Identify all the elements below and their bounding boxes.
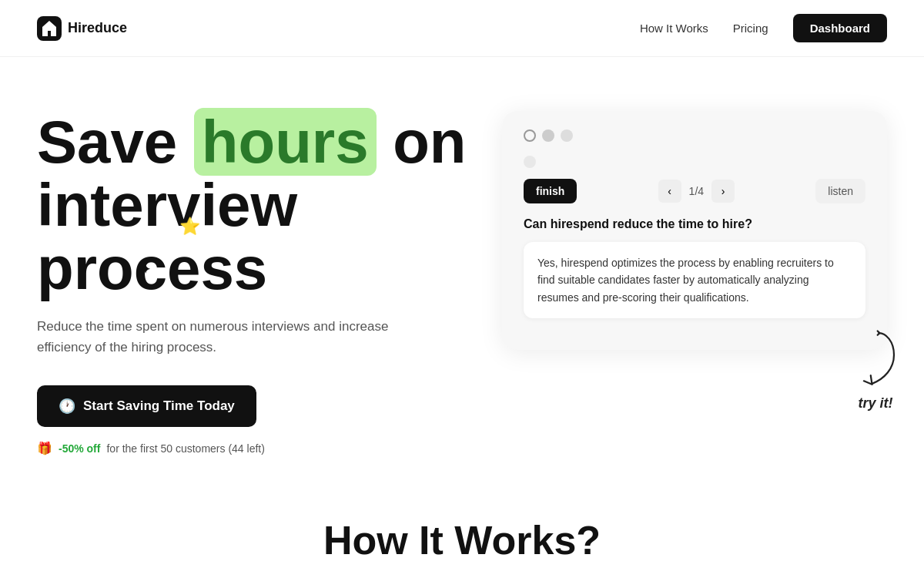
how-it-works-title: How It Works? bbox=[37, 517, 887, 563]
dot-4 bbox=[524, 156, 536, 168]
hero-title: Save hours on interview ⭐ ✦ process bbox=[37, 111, 471, 301]
demo-card: finish ‹ 1/4 › listen Can hirespend redu… bbox=[502, 111, 887, 350]
dot-1 bbox=[524, 129, 536, 142]
star-icon-1: ⭐ bbox=[179, 217, 200, 235]
hero-subtitle: Reduce the time spent on numerous interv… bbox=[37, 316, 437, 358]
nav-how-it-works[interactable]: How It Works bbox=[640, 22, 708, 35]
nav-pricing[interactable]: Pricing bbox=[733, 22, 768, 35]
title-before: Save bbox=[37, 108, 194, 176]
dot-2 bbox=[542, 129, 554, 142]
title-line2: interview bbox=[37, 171, 297, 239]
demo-answer: Yes, hirespend optimizes the process by … bbox=[524, 242, 865, 318]
try-it-area: try it! bbox=[849, 328, 902, 412]
dot-3 bbox=[561, 129, 573, 142]
try-it-arrow-icon bbox=[849, 328, 902, 389]
hero-left: Save hours on interview ⭐ ✦ process Redu… bbox=[37, 103, 471, 455]
section-preview: How It Works? bbox=[0, 486, 924, 578]
clock-icon: 🕐 bbox=[59, 398, 75, 415]
title-after: on bbox=[377, 108, 467, 176]
demo-question: Can hirespend reduce the time to hire? bbox=[524, 217, 865, 231]
title-highlight: hours bbox=[194, 108, 377, 176]
dashboard-button[interactable]: Dashboard bbox=[793, 14, 887, 42]
next-button[interactable]: › bbox=[711, 180, 735, 203]
star-icon-2: ✦ bbox=[140, 264, 150, 277]
promo-suffix: for the first 50 customers (44 left) bbox=[106, 442, 264, 455]
demo-card-dots bbox=[524, 129, 865, 142]
brand-name: Hireduce bbox=[68, 20, 127, 36]
logo[interactable]: Hireduce bbox=[37, 16, 127, 41]
nav-arrows: ‹ 1/4 › bbox=[658, 180, 735, 203]
listen-button[interactable]: listen bbox=[815, 179, 865, 203]
try-it-label: try it! bbox=[849, 395, 902, 412]
finish-button[interactable]: finish bbox=[524, 179, 577, 203]
demo-controls: finish ‹ 1/4 › listen bbox=[524, 179, 865, 203]
promo-line: 🎁 -50% off for the first 50 customers (4… bbox=[37, 441, 471, 455]
hero-right: finish ‹ 1/4 › listen Can hirespend redu… bbox=[502, 103, 887, 350]
page-indicator: 1/4 bbox=[689, 185, 704, 197]
hero-section: Save hours on interview ⭐ ✦ process Redu… bbox=[0, 57, 924, 486]
prev-button[interactable]: ‹ bbox=[658, 180, 681, 203]
logo-icon bbox=[37, 16, 62, 41]
title-line3: process bbox=[37, 234, 267, 302]
gift-icon: 🎁 bbox=[37, 441, 52, 455]
discount-badge: -50% off bbox=[59, 442, 100, 455]
cta-label: Start Saving Time Today bbox=[83, 398, 235, 414]
cta-button[interactable]: 🕐 Start Saving Time Today bbox=[37, 385, 256, 427]
nav-links: How It Works Pricing Dashboard bbox=[640, 14, 887, 42]
